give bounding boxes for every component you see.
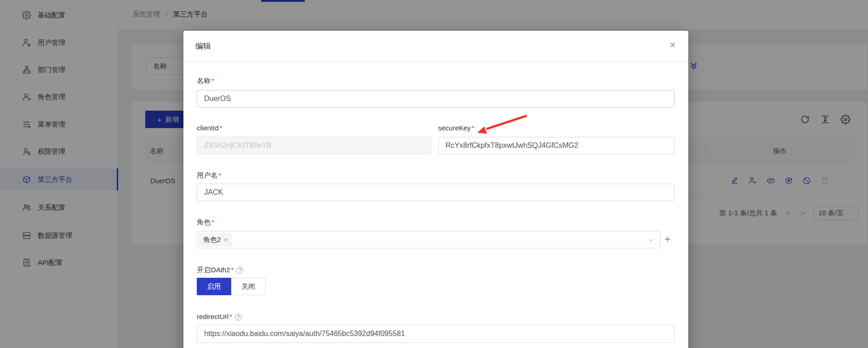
role-select[interactable]: 角色2 ×: [197, 231, 661, 248]
help-circle-icon[interactable]: ?: [235, 314, 242, 320]
redirect-url-field-label: redirectUrl*?: [197, 313, 242, 320]
tag-close-icon[interactable]: ×: [224, 236, 228, 243]
role-field-label: 角色*: [197, 218, 214, 227]
modal-title: 编辑: [195, 41, 211, 51]
edit-modal: 编辑 × 名称* DuerOS clientId* ZX5h2HjCKtTBfw…: [183, 31, 688, 348]
required-mark: *: [472, 124, 474, 132]
redirect-url-input-value: https://xiaodu.baidu.com/saiya/auth/7546…: [204, 330, 405, 338]
oauth-enable-button[interactable]: 启用: [197, 278, 231, 295]
client-id-input-value: ZX5h2HjCKtTBfwYB: [204, 141, 272, 150]
required-mark: *: [211, 77, 214, 84]
role-tag: 角色2 ×: [199, 233, 232, 246]
client-id-input: ZX5h2HjCKtTBfwYB: [197, 137, 431, 154]
add-role-button[interactable]: +: [664, 233, 671, 246]
modal-close-button[interactable]: ×: [664, 37, 681, 54]
secure-key-input-value: RcYx8rfCkpfxT8pxwtJwhSQJ4GfCsMG2: [445, 141, 578, 150]
required-mark: *: [218, 171, 221, 179]
oauth-disable-button[interactable]: 关闭: [231, 278, 266, 295]
secure-key-field-label: secureKey*: [438, 124, 474, 132]
required-mark: *: [229, 313, 232, 320]
required-mark: *: [211, 218, 214, 226]
secure-key-input[interactable]: RcYx8rfCkpfxT8pxwtJwhSQJ4GfCsMG2: [438, 137, 674, 154]
client-id-field-label: clientId*: [197, 124, 222, 132]
modal-header-divider: [183, 62, 688, 62]
help-circle-icon[interactable]: ?: [236, 267, 243, 274]
oauth-field-label: 开启OAth2*?: [197, 266, 243, 275]
app-window: 系统管理 / 第三方平台 基础配置 用户管理 部门管理 角色管理 菜单管理 权限…: [0, 0, 868, 348]
username-field-label: 用户名*: [197, 171, 221, 180]
username-input[interactable]: JACK: [197, 184, 674, 201]
chevron-down-icon: [648, 237, 654, 243]
required-mark: *: [231, 266, 234, 274]
name-field-label: 名称*: [197, 77, 214, 85]
name-input[interactable]: DuerOS: [197, 90, 674, 107]
name-input-value: DuerOS: [204, 95, 231, 103]
role-tag-label: 角色2: [203, 236, 221, 244]
close-icon: ×: [669, 39, 675, 51]
username-input-value: JACK: [204, 188, 223, 196]
redirect-url-input[interactable]: https://xiaodu.baidu.com/saiya/auth/7546…: [197, 325, 674, 343]
required-mark: *: [220, 124, 223, 132]
